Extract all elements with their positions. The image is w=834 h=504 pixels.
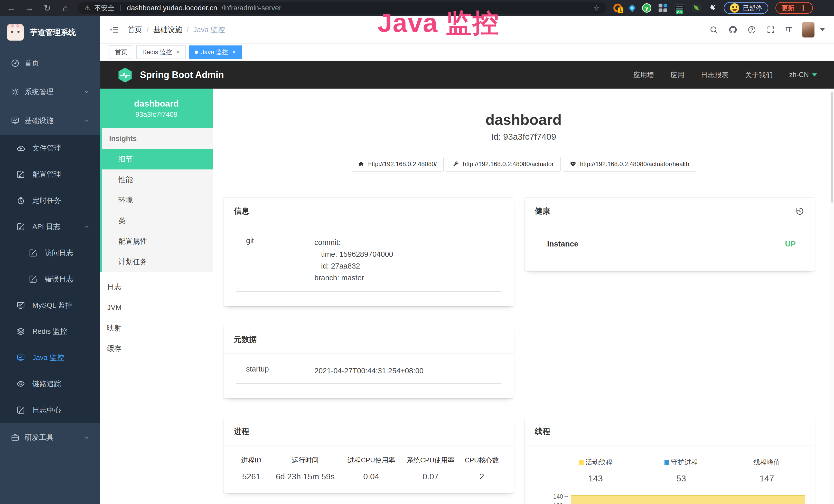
scrollbar[interactable] bbox=[830, 89, 834, 504]
threads-chart-yaxis: 140 120 100 bbox=[540, 493, 570, 504]
sba-nav-journal[interactable]: 日志报表 bbox=[701, 70, 728, 79]
home-icon bbox=[358, 161, 365, 167]
health-instance-label: Instance bbox=[547, 239, 578, 248]
log-icon bbox=[17, 406, 25, 414]
edit-icon bbox=[17, 170, 25, 179]
bookmark-star-icon[interactable]: ☆ bbox=[593, 4, 600, 13]
sidebar-item-mysql-monitor[interactable]: MySQL 监控 bbox=[0, 292, 100, 318]
timer-icon bbox=[17, 196, 25, 205]
extensions-puzzle-icon[interactable] bbox=[708, 4, 717, 12]
sidebar-item-error-logs[interactable]: 错误日志 bbox=[0, 266, 100, 292]
sidebar-item-tracing[interactable]: 链路追踪 bbox=[0, 371, 100, 397]
sba-navbar: Spring Boot Admin 应用墙 应用 日志报表 关于我们 zh-CN bbox=[100, 61, 834, 89]
sidebar-item-log-center[interactable]: 日志中心 bbox=[0, 397, 100, 423]
sba-item-environment[interactable]: 环境 bbox=[102, 190, 213, 210]
sba-item-details[interactable]: 细节 bbox=[102, 149, 213, 169]
omnibox-divider bbox=[120, 5, 121, 11]
tab-java-monitor[interactable]: Java 监控 × bbox=[189, 45, 242, 59]
heart-icon bbox=[570, 161, 576, 167]
sba-locale-select[interactable]: zh-CN bbox=[789, 71, 817, 79]
extension-y-icon[interactable]: y bbox=[642, 3, 651, 13]
font-size-icon[interactable]: ᵗT bbox=[786, 25, 792, 34]
fullscreen-icon[interactable] bbox=[766, 25, 775, 34]
address-bar[interactable]: ⚠ 不安全 dashboard.yudao.iocoder.cn /infra/… bbox=[78, 2, 607, 14]
close-icon[interactable]: × bbox=[176, 48, 180, 56]
extension-sprout-icon[interactable] bbox=[692, 4, 701, 12]
profile-paused-chip[interactable]: 已暂停 bbox=[724, 2, 768, 14]
search-icon[interactable] bbox=[709, 25, 718, 34]
health-url-button[interactable]: http://192.168.0.2:48080/actuator/health bbox=[563, 157, 696, 171]
github-icon[interactable] bbox=[728, 25, 737, 34]
sba-nav-about[interactable]: 关于我们 bbox=[745, 70, 773, 79]
sba-item-caches[interactable]: 缓存 bbox=[100, 338, 213, 359]
sba-item-scheduled-tasks[interactable]: 计划任务 bbox=[102, 252, 213, 272]
process-card-title: 进程 bbox=[234, 426, 249, 437]
warning-icon: ⚠ bbox=[84, 4, 90, 12]
browser-menu-icon[interactable]: ⋮ bbox=[799, 4, 807, 12]
extension-pin-icon[interactable] bbox=[628, 4, 636, 12]
sidebar-item-api-logs[interactable]: API 日志 bbox=[0, 214, 100, 240]
sba-nav-links: 应用墙 应用 日志报表 关于我们 zh-CN bbox=[633, 70, 817, 79]
legend-daemon-swatch bbox=[664, 460, 669, 465]
extension-grid-icon[interactable] bbox=[659, 4, 667, 12]
sidebar-item-java-monitor[interactable]: Java 监控 bbox=[0, 345, 100, 371]
history-icon[interactable] bbox=[795, 207, 805, 216]
sba-nav-wallboard[interactable]: 应用墙 bbox=[633, 70, 654, 79]
sba-item-logs[interactable]: 日志 bbox=[100, 277, 213, 297]
process-cpu: 0.04 bbox=[342, 472, 401, 481]
scrollbar-thumb[interactable] bbox=[831, 92, 833, 203]
sidebar-item-dev-tools[interactable]: 研发工具 bbox=[0, 423, 100, 452]
sba-item-mappings[interactable]: 映射 bbox=[100, 318, 213, 338]
breadcrumb-infrastructure[interactable]: 基础设施 bbox=[153, 25, 182, 35]
browser-update-button[interactable]: 更新 ⋮ bbox=[775, 2, 813, 14]
chevron-down-icon bbox=[84, 434, 90, 441]
process-card: 进程 进程ID 运行时间 进程CPU使用率 系统CPU使用率 CPU核心数 bbox=[223, 418, 514, 493]
extension-colorzilla-icon[interactable]: 1 bbox=[613, 4, 622, 12]
status-badge: UP bbox=[785, 239, 796, 248]
hamburger-icon[interactable] bbox=[109, 25, 119, 34]
metadata-key: startup bbox=[246, 365, 314, 377]
close-icon[interactable]: × bbox=[232, 48, 236, 56]
db-monitor-icon bbox=[17, 301, 25, 310]
sba-brand-title: Spring Boot Admin bbox=[140, 70, 224, 81]
sidebar-item-scheduled-jobs[interactable]: 定时任务 bbox=[0, 187, 100, 214]
sba-nav-applications[interactable]: 应用 bbox=[671, 70, 684, 79]
tab-redis-monitor[interactable]: Redis 监控 × bbox=[136, 45, 186, 59]
help-icon[interactable] bbox=[747, 25, 756, 34]
actuator-url-button[interactable]: http://192.168.0.2:48080/actuator bbox=[446, 157, 561, 171]
tab-home[interactable]: 首页 bbox=[109, 45, 133, 59]
sidebar-item-file-mgmt[interactable]: 文件管理 bbox=[0, 135, 100, 161]
service-url-button[interactable]: http://192.168.0.2:48080/ bbox=[351, 157, 444, 171]
sba-item-jvm[interactable]: JVM bbox=[100, 297, 213, 318]
threads-chart: 140 120 100 bbox=[540, 493, 806, 504]
caret-down-icon[interactable] bbox=[820, 28, 825, 31]
sidebar-item-home[interactable]: 首页 bbox=[0, 49, 100, 77]
legend-live-label: 活动线程 bbox=[586, 458, 612, 467]
sba-instance-header[interactable]: dashboard 93a3fc7f7409 bbox=[100, 89, 213, 129]
browser-back-icon[interactable]: ← bbox=[6, 4, 17, 12]
legend-live-value: 143 bbox=[553, 474, 638, 483]
browser-home-icon[interactable]: ⌂ bbox=[60, 4, 71, 12]
browser-reload-icon[interactable]: ↻ bbox=[42, 4, 53, 12]
chevron-down-icon bbox=[84, 89, 90, 95]
sba-item-classes[interactable]: 类 bbox=[102, 210, 213, 231]
sidebar-item-redis-monitor[interactable]: Redis 监控 bbox=[0, 318, 100, 345]
sba-instance-name: dashboard bbox=[134, 98, 179, 109]
sba-item-metrics[interactable]: 性能 bbox=[102, 169, 213, 190]
user-avatar[interactable] bbox=[802, 22, 814, 38]
app-logo-row[interactable]: 芋道管理系统 bbox=[0, 16, 100, 49]
breadcrumb: 首页 / 基础设施 / Java 监控 bbox=[128, 25, 225, 35]
sba-brand[interactable]: Spring Boot Admin bbox=[117, 66, 224, 84]
process-uptime: 6d 23h 15m 59s bbox=[269, 472, 342, 481]
browser-forward-icon[interactable]: → bbox=[24, 4, 35, 12]
sba-item-config-props[interactable]: 配置属性 bbox=[102, 231, 213, 252]
startup-row: startup 2021-04-27T00:44:31.254+08:00 bbox=[236, 365, 501, 384]
sidebar-item-config-mgmt[interactable]: 配置管理 bbox=[0, 161, 100, 187]
breadcrumb-home[interactable]: 首页 bbox=[128, 25, 142, 35]
extension-switch-icon[interactable]: on bbox=[675, 4, 685, 12]
sidebar-item-system-mgmt[interactable]: 系统管理 bbox=[0, 77, 100, 106]
sidebar-submenu-infrastructure: 文件管理 配置管理 定时任务 API 日志 访问日志 错误日志 bbox=[0, 135, 100, 423]
sidebar-item-infrastructure[interactable]: 基础设施 bbox=[0, 106, 100, 135]
briefcase-icon bbox=[11, 433, 20, 442]
sidebar-item-access-logs[interactable]: 访问日志 bbox=[0, 240, 100, 266]
